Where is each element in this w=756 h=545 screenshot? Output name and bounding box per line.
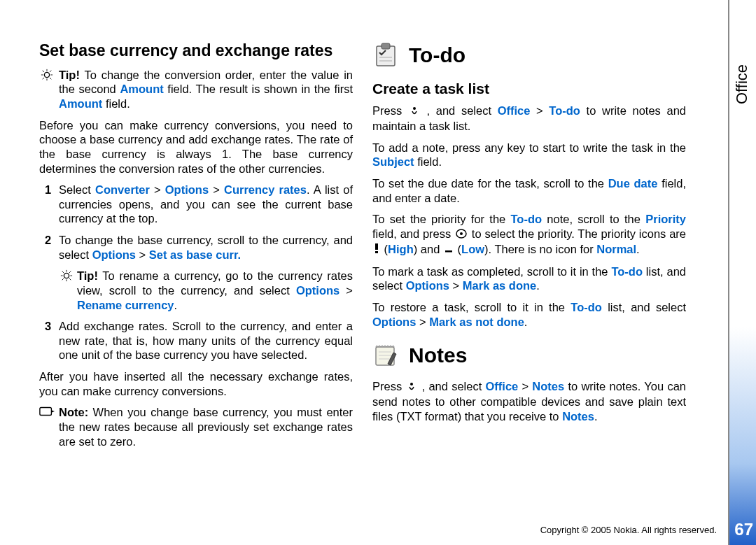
tip-label: Tip! xyxy=(77,269,98,282)
svg-line-14 xyxy=(62,271,64,273)
left-column: Set base currency and exchange rates Tip… xyxy=(39,41,353,530)
svg-rect-26 xyxy=(375,243,378,250)
page-content: Set base currency and exchange rates Tip… xyxy=(39,41,686,530)
p-due-date: To set the due date for the task, scroll… xyxy=(372,176,686,205)
p-press-todo: Press , and select Office > To-do to wri… xyxy=(372,104,686,134)
tip-rename-currency: Tip! To rename a currency, go to the cur… xyxy=(59,269,353,312)
side-tab: Office 67 xyxy=(728,0,756,545)
step-number: 1 xyxy=(45,183,51,197)
p-mark-not-done: To restore a task, scroll to it in the T… xyxy=(372,300,686,329)
step-number: 2 xyxy=(45,233,51,248)
svg-line-16 xyxy=(69,271,71,273)
svg-point-25 xyxy=(460,232,463,235)
step-2: 2 To change the base currency, scroll to… xyxy=(39,233,353,312)
step-3: 3 Add exchange rates. Scroll to the curr… xyxy=(39,319,353,362)
menu-key-icon xyxy=(407,381,416,395)
svg-line-5 xyxy=(43,70,44,71)
scroll-key-icon xyxy=(456,227,467,242)
note-label: Note: xyxy=(59,406,88,418)
para-intro: Before you can make currency conversions… xyxy=(39,118,353,176)
svg-rect-27 xyxy=(375,251,378,253)
notes-title: Notes xyxy=(409,342,467,369)
todo-title: To-do xyxy=(409,42,465,69)
p-press-notes: Press , and select Office > Notes to wri… xyxy=(372,379,686,423)
heading-create-task: Create a task list xyxy=(372,80,686,98)
tip-icon xyxy=(59,269,74,285)
heading-base-currency: Set base currency and exchange rates xyxy=(39,41,353,61)
page-number: 67 xyxy=(734,520,753,539)
right-column: To-do Create a task list Press , and sel… xyxy=(372,41,686,530)
svg-rect-28 xyxy=(445,250,452,253)
todo-icon xyxy=(372,42,399,69)
step-number: 3 xyxy=(45,319,51,334)
p-mark-done: To mark a task as completed, scroll to i… xyxy=(372,264,686,293)
para-after: After you have inserted all the necessar… xyxy=(39,369,353,398)
note-base-currency: Note: When you change base currency, you… xyxy=(59,405,353,448)
tip-icon xyxy=(39,69,55,85)
svg-line-8 xyxy=(43,78,44,79)
svg-point-9 xyxy=(64,274,69,278)
copyright-text: Copyright © 2005 Nokia. All rights reser… xyxy=(540,525,717,535)
high-priority-icon xyxy=(374,243,379,257)
svg-point-23 xyxy=(413,107,416,110)
svg-line-17 xyxy=(62,278,64,280)
svg-line-7 xyxy=(50,70,51,71)
tip-conversion-order: Tip! To change the conversion order, ent… xyxy=(59,68,353,111)
tip-label: Tip! xyxy=(59,69,80,81)
svg-rect-18 xyxy=(40,408,51,416)
menu-key-icon xyxy=(410,105,419,120)
svg-point-0 xyxy=(44,72,49,77)
steps-list: 1 Select Converter > Options > Currency … xyxy=(39,183,353,362)
step-1: 1 Select Converter > Options > Currency … xyxy=(39,183,353,226)
low-priority-icon xyxy=(444,243,453,257)
section-todo: To-do xyxy=(372,42,686,69)
p-priority: To set the priority for the To-do note, … xyxy=(372,212,686,257)
section-notes: Notes xyxy=(372,341,686,368)
svg-rect-20 xyxy=(382,43,390,49)
notes-icon xyxy=(372,341,399,368)
svg-line-6 xyxy=(50,78,51,79)
side-tab-label: Office xyxy=(733,64,751,104)
note-icon xyxy=(39,406,55,420)
p-add-note: To add a note, press any key to start to… xyxy=(372,141,686,169)
svg-line-15 xyxy=(69,278,71,280)
svg-point-33 xyxy=(410,383,413,385)
